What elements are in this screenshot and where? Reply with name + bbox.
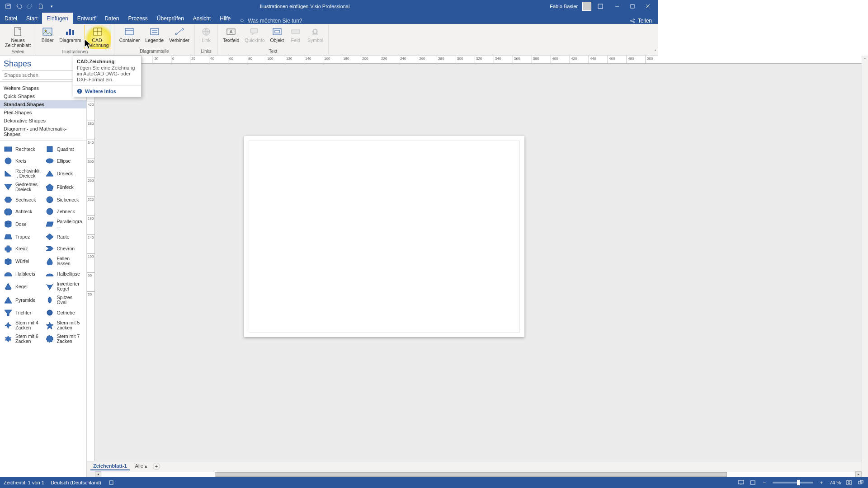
shape-getriebe[interactable]: Getriebe — [43, 307, 85, 319]
shape-raute[interactable]: Raute — [43, 231, 85, 243]
ribbon-textfeld-button[interactable]: ATextfeld — [221, 25, 241, 44]
shape-dose[interactable]: Dose — [2, 217, 43, 231]
tooltip-more-link[interactable]: ? Weitere Infos — [73, 85, 141, 97]
shape-w-rfel[interactable]: Würfel — [2, 254, 43, 268]
shape-gedrehtes-dreieck[interactable]: Gedrehtes Dreieck — [2, 180, 43, 194]
shape-pyramide[interactable]: Pyramide — [2, 293, 43, 307]
shape-parallelogra-[interactable]: Parallelogra... — [43, 217, 85, 231]
shape-trichter[interactable]: Trichter — [2, 307, 43, 319]
tab-einfügen[interactable]: Einfügen — [42, 13, 72, 24]
ribbon-bilder-button[interactable]: Bilder — [39, 25, 56, 44]
ribbon-symbol-button: ΩSymbol — [305, 25, 326, 44]
category-dekorative-shapes[interactable]: Dekorative Shapes — [0, 117, 86, 125]
svg-rect-4 — [631, 5, 634, 8]
redo-icon[interactable] — [25, 2, 34, 11]
maximize-button[interactable] — [625, 0, 640, 13]
tooltip-more-label: Weitere Infos — [85, 89, 116, 94]
shape-stern-mit-7-zacken[interactable]: Stern mit 7 Zacken — [43, 332, 85, 346]
shape-label: Kreis — [15, 159, 26, 164]
category-diagramm-und-mathematik-shapes[interactable]: Diagramm- und Mathematik-Shapes — [0, 125, 86, 138]
shape-icon — [45, 257, 54, 265]
shape-quadrat[interactable]: Quadrat — [43, 143, 85, 155]
svg-point-7 — [241, 19, 243, 22]
ribbon-cad-button[interactable]: CAD-Zeichnung — [85, 25, 111, 49]
new_page-icon — [12, 26, 24, 37]
shape-rechteck[interactable]: Rechteck — [2, 143, 43, 155]
shape-invertierter-kegel[interactable]: Invertierter Kegel — [43, 280, 85, 293]
tab-prozess[interactable]: Prozess — [123, 13, 152, 24]
document-icon[interactable] — [36, 2, 45, 11]
ribbon-verbinder-button[interactable]: Verbinder — [167, 25, 192, 44]
shape-label: Dreieck — [57, 171, 73, 176]
shape-icon — [4, 257, 13, 265]
shape-sechseck[interactable]: Sechseck — [2, 194, 43, 206]
ribbon-objekt-button[interactable]: Objekt — [268, 25, 286, 44]
shape-stern-mit-5-zacken[interactable]: Stern mit 5 Zacken — [43, 319, 85, 332]
tab-start[interactable]: Start — [22, 13, 42, 24]
tab-hilfe[interactable]: Hilfe — [215, 13, 235, 24]
shape-kreis[interactable]: Kreis — [2, 155, 43, 167]
category-standard-shapes[interactable]: Standard-Shapes — [0, 100, 86, 108]
shape-icon — [4, 145, 13, 153]
shape-chevron[interactable]: Chevron — [43, 243, 85, 254]
title-right: Fabio Basler — [550, 0, 658, 13]
category-pfeil-shapes[interactable]: Pfeil-Shapes — [0, 108, 86, 117]
shape-label: Trichter — [15, 310, 31, 315]
tab-überprüfen[interactable]: Überprüfen — [152, 13, 189, 24]
feld-icon — [289, 26, 302, 37]
shapes-search-input[interactable] — [2, 70, 75, 80]
close-button[interactable] — [640, 0, 656, 13]
minimize-button[interactable] — [609, 0, 625, 13]
save-icon[interactable] — [4, 2, 13, 11]
canvas[interactable] — [95, 64, 658, 369]
shape-stern-mit-4-zacken[interactable]: Stern mit 4 Zacken — [2, 319, 43, 332]
shape-kegel[interactable]: Kegel — [2, 280, 43, 293]
tab-datei[interactable]: Datei — [0, 13, 22, 24]
shape-siebeneck[interactable]: Siebeneck — [43, 194, 85, 206]
shape-icon — [45, 145, 54, 153]
ribbon-legende-button[interactable]: Legende — [143, 25, 166, 44]
shape-halbkreis[interactable]: Halbkreis — [2, 268, 43, 280]
tab-ansicht[interactable]: Ansicht — [189, 13, 215, 24]
cad-tooltip: CAD-Zeichnung Fügen Sie eine Zeichnung i… — [73, 56, 142, 97]
shape-trapez[interactable]: Trapez — [2, 231, 43, 243]
svg-rect-18 — [69, 29, 71, 35]
shape-f-nfeck[interactable]: Fünfeck — [43, 180, 85, 194]
collapse-ribbon-icon[interactable]: ˄ — [654, 49, 656, 54]
container-icon — [123, 26, 136, 37]
ribbon-new_page-button[interactable]: NeuesZeichenblatt — [3, 25, 33, 49]
ribbon-quickinfo-button: QuickInfo — [242, 25, 267, 44]
shape-spitzes-oval[interactable]: Spitzes Oval — [43, 293, 85, 307]
shape-rechtwinkli-dreieck[interactable]: Rechtwinkli... Dreieck — [2, 167, 43, 180]
ribbon-verbinder-label: Verbinder — [169, 38, 189, 43]
avatar[interactable] — [582, 2, 591, 11]
drawing-page[interactable] — [244, 136, 524, 337]
shape-label: Spitzes Oval — [57, 295, 83, 305]
qat-customize-icon[interactable]: ▾ — [47, 2, 56, 11]
shape-label: Fünfeck — [57, 185, 74, 190]
undo-icon[interactable] — [14, 2, 24, 11]
shape-kreuz[interactable]: Kreuz — [2, 243, 43, 254]
shape-icon — [45, 183, 54, 191]
shape-dreieck[interactable]: Dreieck — [43, 167, 85, 180]
svg-rect-34 — [292, 30, 300, 33]
svg-point-11 — [633, 22, 634, 23]
shape-stern-mit-6-zacken[interactable]: Stern mit 6 Zacken — [2, 332, 43, 346]
shape-halbellipse[interactable]: Halbellipse — [43, 268, 85, 280]
page-margin — [249, 141, 520, 333]
tab-daten[interactable]: Daten — [100, 13, 123, 24]
tell-me-search[interactable]: Was möchten Sie tun? — [235, 18, 307, 24]
verbinder-icon — [173, 26, 186, 37]
ribbon-display-icon[interactable] — [596, 2, 605, 11]
ribbon-container-button[interactable]: Container — [117, 25, 142, 44]
shape-ellipse[interactable]: Ellipse — [43, 155, 85, 167]
shape-achteck[interactable]: Achteck — [2, 206, 43, 217]
shape-fallen-lassen[interactable]: Fallen lassen — [43, 254, 85, 268]
share-button[interactable]: Teilen — [623, 18, 658, 24]
horizontal-ruler: -100-60-40-20020406080100120140160180200… — [95, 56, 658, 64]
shape-zehneck[interactable]: Zehneck — [43, 206, 85, 217]
ribbon-diagramm-button[interactable]: Diagramm — [57, 25, 83, 44]
canvas-area: ˄ -100-60-40-200204060801001201401601802… — [87, 56, 658, 369]
shape-icon — [45, 233, 54, 241]
tab-entwurf[interactable]: Entwurf — [73, 13, 100, 24]
